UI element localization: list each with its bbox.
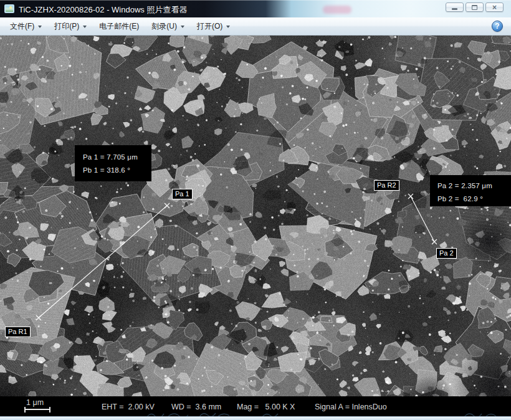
minimize-icon: [452, 8, 457, 10]
chevron-down-icon: [83, 26, 87, 28]
maximize-icon: [472, 5, 477, 10]
photo-viewer-window: TiC-JZHX-20200826-02 - Windows 照片查看器 × 文…: [0, 0, 511, 420]
window-controls: ×: [446, 2, 504, 12]
maximize-button[interactable]: [466, 2, 484, 12]
menu-item-email[interactable]: 电子邮件(E): [93, 19, 145, 34]
menu-item-file-label: 文件(F): [10, 21, 34, 32]
marker-label-pa1: Pa 1: [172, 189, 193, 199]
eht-value: EHT = 2.00 kV: [102, 403, 155, 411]
measurement-box-2: Pa 2 = 2.357 μm Pb 2 = 62.9 °: [430, 175, 511, 206]
help-button[interactable]: ?: [492, 21, 503, 32]
menu-item-open[interactable]: 打开(O): [191, 19, 236, 34]
menu-item-file[interactable]: 文件(F): [4, 19, 48, 34]
close-button[interactable]: ×: [485, 2, 504, 12]
sem-databar: 1 μm EHT = 2.00 kV WD = 3.6 mm Mag = 5.0…: [0, 396, 511, 416]
scale-bar-label: 1 μm: [26, 398, 44, 407]
menu-item-print[interactable]: 打印(P): [48, 19, 93, 34]
measurement-1-angle: Pb 1 = 318.6 °: [83, 164, 151, 177]
signal-value: Signal A = InlensDuo: [315, 403, 387, 411]
watermark-smudge: [323, 6, 351, 14]
window-bottom-frame: [0, 416, 511, 420]
measurement-1-length: Pa 1 = 7.705 μm: [83, 151, 151, 164]
measurement-2-angle: Pb 2 = 62.9 °: [437, 193, 511, 206]
chevron-down-icon: [226, 26, 230, 28]
menu-item-print-label: 打印(P): [54, 21, 79, 32]
chevron-down-icon: [38, 26, 42, 28]
marker-label-pa-r1: Pa R1: [5, 327, 31, 337]
mag-value: Mag = 5.00 K X: [237, 403, 295, 411]
photo-canvas-area: Pa 1 = 7.705 μm Pb 1 = 318.6 ° Pa 2 = 2.…: [0, 36, 511, 416]
menu-item-email-label: 电子邮件(E): [99, 21, 139, 32]
menu-item-burn-label: 刻录(U): [151, 21, 177, 32]
measurement-2-length: Pa 2 = 2.357 μm: [437, 179, 511, 193]
help-icon: ?: [495, 22, 499, 31]
wd-value: WD = 3.6 mm: [171, 403, 221, 411]
titlebar: TiC-JZHX-20200826-02 - Windows 照片查看器 ×: [0, 0, 511, 17]
menubar: 文件(F) 打印(P) 电子邮件(E) 刻录(U) 打开(O) ?: [0, 17, 511, 36]
menu-item-burn[interactable]: 刻录(U): [145, 19, 191, 34]
minimize-button[interactable]: [446, 2, 464, 12]
marker-label-pa2: Pa 2: [436, 248, 457, 259]
scale-bar: [24, 407, 50, 413]
sem-image: [0, 36, 511, 416]
window-title: TiC-JZHX-20200826-02 - Windows 照片查看器: [19, 4, 187, 16]
measurement-box-1: Pa 1 = 7.705 μm Pb 1 = 318.6 °: [75, 145, 151, 181]
close-icon: ×: [492, 4, 497, 11]
photo-viewer-app-icon: [4, 4, 14, 13]
chevron-down-icon: [181, 26, 184, 28]
menu-item-open-label: 打开(O): [197, 21, 222, 32]
marker-label-pa-r2: Pa R2: [374, 180, 399, 191]
